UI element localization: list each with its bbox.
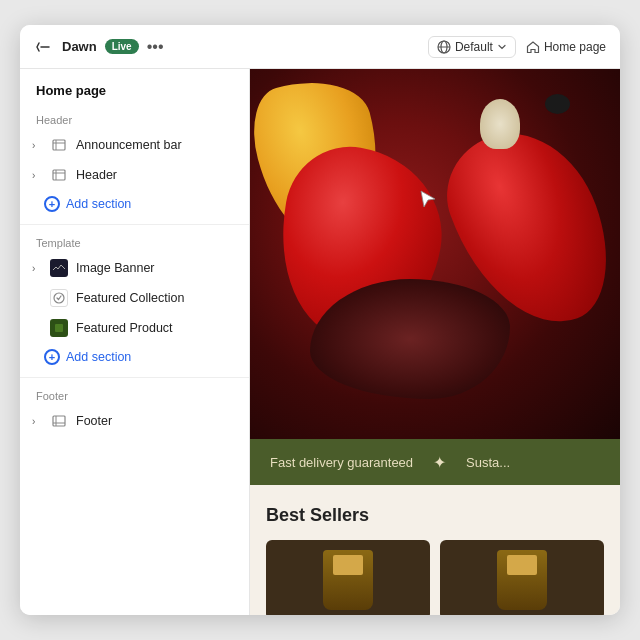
topbar: Dawn Live ••• Default Home page xyxy=(20,25,620,69)
featured-collection-label: Featured Collection xyxy=(76,291,184,305)
image-banner-label: Image Banner xyxy=(76,261,155,275)
banner-text-2: Susta... xyxy=(466,455,510,470)
olive xyxy=(545,94,570,114)
store-name: Dawn xyxy=(62,39,97,54)
preview-canvas: Fast delivery guaranteed ✦ Susta... Best… xyxy=(250,69,620,615)
header-add-section-label: Add section xyxy=(66,197,131,211)
chevron-right-icon: › xyxy=(32,170,42,181)
home-icon xyxy=(526,40,540,54)
chevron-right-icon: › xyxy=(32,140,42,151)
sidebar: Home page Header › Announcement bar › xyxy=(20,69,250,615)
topbar-left: Dawn Live ••• xyxy=(34,37,428,57)
chevron-down-icon xyxy=(497,42,507,52)
hero-section xyxy=(250,69,620,439)
template-add-section-button[interactable]: + Add section xyxy=(20,343,249,371)
footer-section-label: Footer xyxy=(20,384,249,406)
home-page-button[interactable]: Home page xyxy=(526,40,606,54)
banner-star-icon: ✦ xyxy=(433,453,446,472)
chevron-right-icon: › xyxy=(32,416,42,427)
template-add-section-label: Add section xyxy=(66,350,131,364)
viewport-selector[interactable]: Default xyxy=(428,36,516,58)
announcement-bar-icon xyxy=(50,136,68,154)
home-page-label: Home page xyxy=(544,40,606,54)
featured-product-icon xyxy=(50,319,68,337)
template-section-label: Template xyxy=(20,231,249,253)
more-options-button[interactable]: ••• xyxy=(147,38,164,56)
featured-collection-icon xyxy=(50,289,68,307)
sidebar-item-footer[interactable]: › Footer xyxy=(20,406,249,436)
topbar-right: Default Home page xyxy=(428,36,606,58)
banner-text-1: Fast delivery guaranteed xyxy=(270,455,413,470)
sidebar-item-featured-product[interactable]: › Featured Product xyxy=(20,313,249,343)
globe-icon xyxy=(437,40,451,54)
featured-product-label: Featured Product xyxy=(76,321,173,335)
header-add-section-button[interactable]: + Add section xyxy=(20,190,249,218)
svg-rect-14 xyxy=(53,416,65,426)
product-card-2[interactable] xyxy=(440,540,604,615)
sidebar-item-announcement-bar[interactable]: › Announcement bar xyxy=(20,130,249,160)
main-area: Home page Header › Announcement bar › xyxy=(20,69,620,615)
live-badge: Live xyxy=(105,39,139,54)
add-circle-icon: + xyxy=(44,349,60,365)
product-card-1[interactable] xyxy=(266,540,430,615)
best-sellers-section: Best Sellers xyxy=(250,485,620,615)
product-grid xyxy=(266,540,604,615)
preview-inner: Fast delivery guaranteed ✦ Susta... Best… xyxy=(250,69,620,615)
product-image-2 xyxy=(497,550,547,610)
announcement-bar-label: Announcement bar xyxy=(76,138,182,152)
sidebar-item-header[interactable]: › Header xyxy=(20,160,249,190)
header-section-label: Header xyxy=(20,108,249,130)
header-icon xyxy=(50,166,68,184)
footer-icon xyxy=(50,412,68,430)
best-sellers-title: Best Sellers xyxy=(266,505,604,526)
hero-background xyxy=(250,69,620,439)
sidebar-item-image-banner[interactable]: › Image Banner xyxy=(20,253,249,283)
footer-label: Footer xyxy=(76,414,112,428)
add-circle-icon: + xyxy=(44,196,60,212)
sidebar-divider-2 xyxy=(20,377,249,378)
viewport-label: Default xyxy=(455,40,493,54)
chevron-right-icon: › xyxy=(32,263,42,274)
svg-rect-4 xyxy=(53,140,65,150)
svg-rect-7 xyxy=(53,170,65,180)
back-icon[interactable] xyxy=(34,37,54,57)
banner-bar: Fast delivery guaranteed ✦ Susta... xyxy=(250,439,620,485)
sidebar-title: Home page xyxy=(20,69,249,108)
app-window: Dawn Live ••• Default Home page xyxy=(20,25,620,615)
header-label: Header xyxy=(76,168,117,182)
product-image-1 xyxy=(323,550,373,610)
garlic xyxy=(480,99,520,149)
sidebar-item-featured-collection[interactable]: › Featured Collection xyxy=(20,283,249,313)
image-banner-icon xyxy=(50,259,68,277)
sidebar-divider xyxy=(20,224,249,225)
svg-rect-13 xyxy=(55,324,63,332)
